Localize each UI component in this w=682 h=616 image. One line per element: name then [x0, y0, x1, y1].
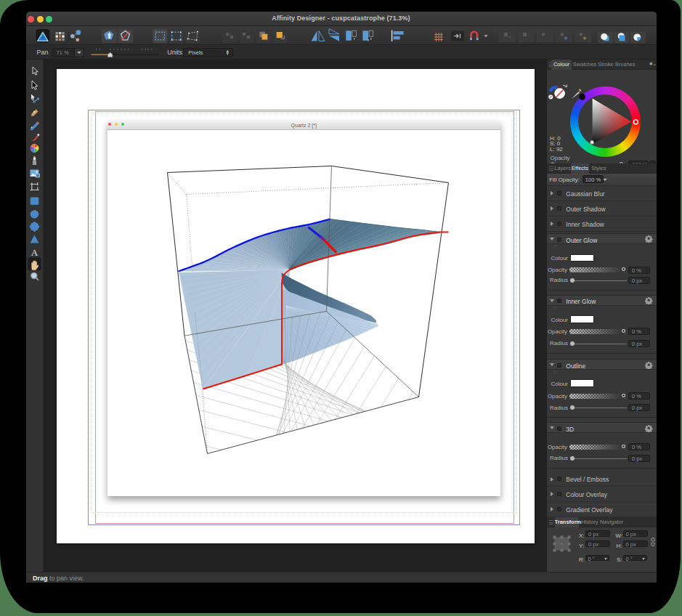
- svg-text:A: A: [31, 247, 38, 258]
